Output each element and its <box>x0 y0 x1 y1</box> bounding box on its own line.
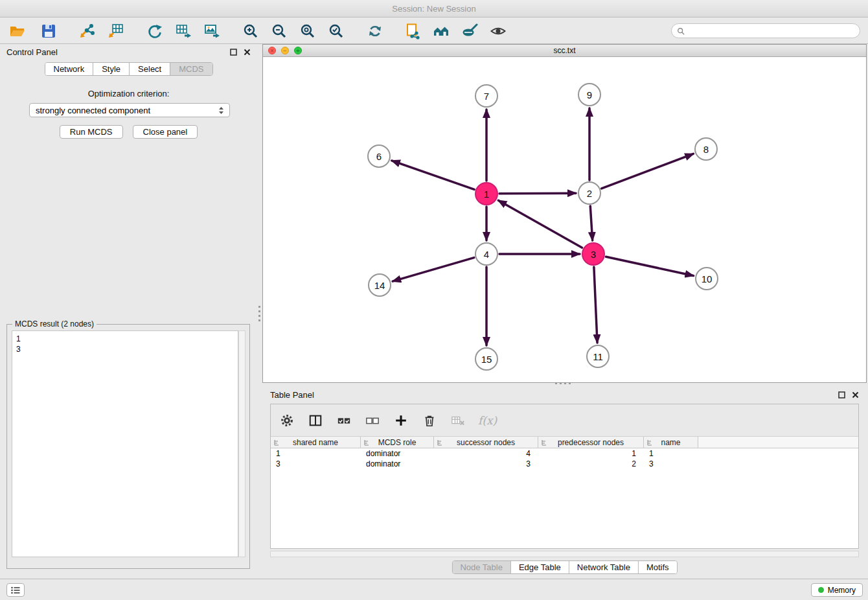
search-box[interactable] <box>671 23 860 38</box>
import-network-button[interactable] <box>78 21 97 41</box>
first-neighbors-button[interactable] <box>403 21 422 41</box>
close-panel-icon[interactable] <box>244 49 251 56</box>
delete-table-button[interactable] <box>450 412 466 429</box>
task-history-button[interactable] <box>6 583 25 597</box>
graph-node-3[interactable]: 3 <box>582 242 605 266</box>
graph-edge-3-1[interactable] <box>498 200 582 248</box>
zoom-out-button[interactable] <box>269 21 289 41</box>
vertical-splitter-grip[interactable] <box>258 305 261 321</box>
show-columns-button[interactable] <box>307 412 324 429</box>
graph-node-4[interactable]: 4 <box>475 242 498 266</box>
show-overview-button[interactable] <box>431 21 451 41</box>
tab-network-table[interactable]: Network Table <box>569 561 639 573</box>
toggle-visibility-button[interactable] <box>488 21 508 41</box>
memory-label: Memory <box>828 586 856 595</box>
close-table-panel-icon[interactable] <box>852 391 859 398</box>
graph-edge-1-6[interactable] <box>392 161 474 189</box>
tab-style[interactable]: Style <box>93 63 130 75</box>
graph-node-15[interactable]: 15 <box>475 347 498 371</box>
control-panel-tabs: NetworkStyleSelectMCDS <box>44 62 212 76</box>
table-cell: 4 <box>434 448 538 459</box>
column-header-name[interactable]: name <box>644 437 698 448</box>
tab-select[interactable]: Select <box>130 63 170 75</box>
export-image-button[interactable] <box>202 21 222 41</box>
result-scrollbar[interactable] <box>238 330 246 557</box>
column-header-shared-name[interactable]: shared name <box>271 437 361 448</box>
graph-edge-2-8[interactable] <box>602 154 694 189</box>
deselect-all-button[interactable] <box>364 412 381 429</box>
close-panel-button[interactable]: Close panel <box>133 125 198 139</box>
float-table-panel-icon[interactable] <box>838 391 845 398</box>
export-table-button[interactable] <box>174 21 193 41</box>
main-toolbar <box>0 18 868 44</box>
graph-edge-4-14[interactable] <box>393 258 474 282</box>
save-session-button[interactable] <box>39 21 58 41</box>
memory-button[interactable]: Memory <box>811 583 863 597</box>
zoom-selected-button[interactable] <box>326 21 346 41</box>
column-sort-icon <box>646 439 653 446</box>
tab-node-table[interactable]: Node Table <box>452 561 511 573</box>
column-header-label: predecessor nodes <box>558 438 624 447</box>
graph-node-10[interactable]: 10 <box>695 267 718 290</box>
annotation-mode-button[interactable] <box>460 21 479 41</box>
column-header-successor-nodes[interactable]: successor nodes <box>434 437 538 448</box>
result-line: 3 <box>16 344 234 354</box>
table-cell: 1 <box>644 448 698 459</box>
zoom-fit-button[interactable] <box>298 21 317 41</box>
graph-node-9[interactable]: 9 <box>578 83 601 106</box>
table-panel-title: Table Panel <box>270 390 314 400</box>
float-panel-icon[interactable] <box>230 49 237 56</box>
refresh-view-button[interactable] <box>365 21 385 41</box>
graph-node-14[interactable]: 14 <box>368 273 391 297</box>
graph-edge-1-2[interactable] <box>499 193 576 194</box>
graph-node-1[interactable]: 1 <box>475 182 498 205</box>
tab-mcds[interactable]: MCDS <box>170 63 212 75</box>
table-horizontal-scrollbar[interactable] <box>270 551 859 557</box>
column-header-MCDS-role[interactable]: MCDS role <box>361 437 434 448</box>
run-mcds-button[interactable]: Run MCDS <box>60 125 123 139</box>
graph-node-7[interactable]: 7 <box>475 84 498 108</box>
maximize-window-button[interactable] <box>294 47 302 54</box>
horizontal-splitter-grip[interactable] <box>554 382 571 385</box>
graph-node-8[interactable]: 8 <box>694 137 718 161</box>
graph-edge-2-3[interactable] <box>590 206 592 240</box>
column-header-predecessor-nodes[interactable]: predecessor nodes <box>538 437 644 448</box>
optimization-label: Optimization criterion: <box>0 89 257 98</box>
graph-edge-3-11[interactable] <box>594 267 597 343</box>
delete-column-button[interactable] <box>421 412 438 429</box>
window-title: Session: New Session <box>392 4 475 14</box>
list-icon <box>11 586 20 594</box>
graph-edge-3-10[interactable] <box>606 257 694 275</box>
table-cell: dominator <box>361 448 434 459</box>
window-titlebar: Session: New Session <box>0 0 868 17</box>
select-all-button[interactable] <box>336 412 352 429</box>
export-network-button[interactable] <box>145 21 165 41</box>
create-column-button[interactable] <box>393 412 409 429</box>
mcds-result-text[interactable]: 13 <box>12 330 238 557</box>
select-all-icon <box>337 413 351 428</box>
table-row[interactable]: 1dominator411 <box>271 448 858 459</box>
graph-node-2[interactable]: 2 <box>578 181 601 205</box>
search-input[interactable] <box>688 27 854 36</box>
control-panel-header: Control Panel <box>0 44 257 60</box>
open-folder-icon <box>9 23 26 40</box>
minimize-window-button[interactable] <box>281 47 289 54</box>
zoom-in-button[interactable] <box>241 21 260 41</box>
open-file-button[interactable] <box>8 21 27 41</box>
tab-motifs[interactable]: Motifs <box>639 561 677 573</box>
close-window-button[interactable] <box>268 47 276 54</box>
import-table-button[interactable] <box>106 21 126 41</box>
table-settings-button[interactable] <box>279 412 295 429</box>
network-view-titlebar: scc.txt <box>263 45 866 57</box>
table-row[interactable]: 3dominator323 <box>271 459 858 469</box>
memory-status-dot <box>818 587 824 593</box>
tab-network[interactable]: Network <box>45 63 93 75</box>
network-canvas[interactable]: 7968124314101511 <box>263 58 866 382</box>
criterion-select[interactable]: strongly connected component <box>29 103 230 117</box>
graph-node-6[interactable]: 6 <box>367 144 391 168</box>
function-builder-button[interactable]: f(x) <box>478 414 497 427</box>
table-cell: 3 <box>644 459 698 469</box>
delete-table-icon <box>451 413 465 428</box>
graph-node-11[interactable]: 11 <box>586 345 610 368</box>
tab-edge-table[interactable]: Edge Table <box>511 561 569 573</box>
